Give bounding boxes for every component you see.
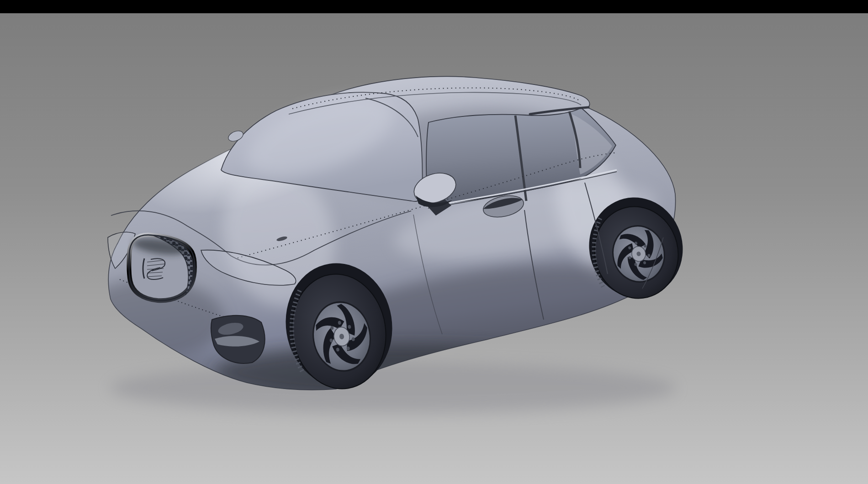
viewport-3d[interactable] (0, 13, 868, 484)
top-letterbox-bar (0, 0, 868, 13)
car-model-render (0, 13, 868, 484)
car-model[interactable] (78, 63, 693, 413)
ground-shadow (110, 363, 676, 413)
screen (0, 0, 868, 484)
